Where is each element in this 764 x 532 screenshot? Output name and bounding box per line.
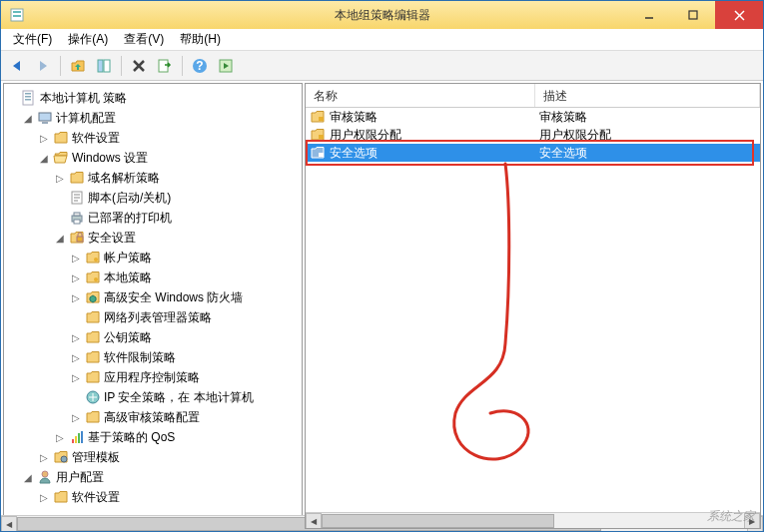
menubar: 文件(F) 操作(A) 查看(V) 帮助(H) <box>1 29 763 51</box>
scroll-left-button[interactable]: ◀ <box>3 516 17 529</box>
col-name[interactable]: 名称 <box>306 84 535 107</box>
expand-icon[interactable]: ▷ <box>70 352 82 363</box>
svg-point-27 <box>94 277 98 281</box>
tree-local-policies[interactable]: ▷ 本地策略 <box>6 267 300 287</box>
list-scrollbar-h[interactable]: ◀ ▶ <box>306 512 760 528</box>
expand-icon[interactable]: ▷ <box>38 133 50 144</box>
tree-network-list[interactable]: 网络列表管理器策略 <box>6 307 300 327</box>
tree-scripts[interactable]: 脚本(启动/关机) <box>6 188 300 208</box>
tree-account-policies[interactable]: ▷ 帐户策略 <box>6 248 300 267</box>
list-cell-desc: 用户权限分配 <box>539 127 611 144</box>
list-row[interactable]: 安全选项安全选项 <box>306 144 760 162</box>
tree-label: 软件设置 <box>72 489 120 506</box>
close-button[interactable] <box>715 1 763 29</box>
folder-lock-icon <box>85 269 101 285</box>
expand-icon[interactable]: ▷ <box>70 253 82 264</box>
tree-admin-templates[interactable]: ▷ 管理模板 <box>6 447 300 467</box>
tree-software-restriction[interactable]: ▷ 软件限制策略 <box>6 347 300 367</box>
list-row[interactable]: 审核策略审核策略 <box>306 108 760 126</box>
svg-point-33 <box>61 456 67 462</box>
help-button[interactable]: ? <box>188 54 212 78</box>
folder-icon <box>85 309 101 325</box>
tree-panel[interactable]: 本地计算机 策略 ◢ 计算机配置 ▷ 软件设置 ◢ Windows 设置 <box>3 83 303 529</box>
collapse-icon[interactable]: ◢ <box>54 233 66 244</box>
menu-help[interactable]: 帮助(H) <box>172 29 229 50</box>
expand-icon[interactable]: ▷ <box>70 412 82 423</box>
forward-button[interactable] <box>31 54 55 78</box>
expand-icon[interactable]: ▷ <box>70 372 82 383</box>
svg-rect-24 <box>74 220 80 224</box>
computer-icon <box>37 110 53 126</box>
svg-rect-30 <box>75 436 77 443</box>
tree-ip-security[interactable]: IP 安全策略，在 本地计算机 <box>6 387 300 407</box>
show-hide-tree-button[interactable] <box>92 54 116 78</box>
menu-action[interactable]: 操作(A) <box>60 29 116 50</box>
up-folder-button[interactable] <box>66 54 90 78</box>
tree-policy-qos[interactable]: ▷ 基于策略的 QoS <box>6 427 300 447</box>
svg-rect-37 <box>319 153 324 157</box>
expand-icon[interactable]: ▷ <box>54 432 66 443</box>
tree-software-settings[interactable]: ▷ 软件设置 <box>6 128 300 148</box>
app-icon <box>9 7 25 23</box>
svg-rect-25 <box>77 237 83 242</box>
tree-public-key[interactable]: ▷ 公钥策略 <box>6 327 300 347</box>
tree-computer-config[interactable]: ◢ 计算机配置 <box>6 108 300 128</box>
svg-rect-23 <box>74 213 80 216</box>
tree-user-config[interactable]: ◢ 用户配置 <box>6 467 300 487</box>
tree-label: 高级审核策略配置 <box>104 409 200 426</box>
toolbar-separator <box>60 56 61 76</box>
folder-icon <box>69 170 85 186</box>
menu-view[interactable]: 查看(V) <box>116 29 172 50</box>
collapse-icon[interactable]: ◢ <box>38 153 50 164</box>
printer-icon <box>69 210 85 226</box>
expand-icon[interactable]: ▷ <box>38 452 50 463</box>
tree-label: 域名解析策略 <box>88 170 160 187</box>
toolbar-separator <box>182 56 183 76</box>
collapse-icon[interactable]: ◢ <box>22 113 34 124</box>
svg-rect-36 <box>319 135 324 139</box>
list-panel[interactable]: 名称 描述 审核策略审核策略用户权限分配用户权限分配安全选项安全选项 ◀ ▶ <box>305 83 761 529</box>
tree-windows-settings[interactable]: ◢ Windows 设置 <box>6 148 300 168</box>
expand-icon[interactable]: ▷ <box>70 292 82 303</box>
folder-icon <box>53 489 69 505</box>
tree-user-software-settings[interactable]: ▷ 软件设置 <box>6 487 300 507</box>
minimize-button[interactable] <box>627 1 671 29</box>
collapse-icon[interactable]: ◢ <box>22 472 34 483</box>
col-desc[interactable]: 描述 <box>535 84 760 107</box>
list-cell-desc: 审核策略 <box>539 109 587 126</box>
svg-rect-31 <box>78 433 80 443</box>
folder-icon <box>53 130 69 146</box>
tree-label: 应用程序控制策略 <box>104 369 200 386</box>
delete-button[interactable] <box>127 54 151 78</box>
tree-deployed-printers[interactable]: 已部署的打印机 <box>6 208 300 228</box>
svg-rect-1 <box>13 11 21 13</box>
tree-name-resolution[interactable]: ▷ 域名解析策略 <box>6 168 300 188</box>
user-icon <box>37 469 53 485</box>
action-pane-button[interactable] <box>214 54 238 78</box>
tree-advanced-firewall[interactable]: ▷ 高级安全 Windows 防火墙 <box>6 287 300 307</box>
tree-label: 本地策略 <box>104 269 152 286</box>
export-button[interactable] <box>153 54 177 78</box>
tree-advanced-audit[interactable]: ▷ 高级审核策略配置 <box>6 407 300 427</box>
folder-icon <box>85 369 101 385</box>
expand-icon[interactable]: ▷ <box>54 173 66 184</box>
list-row[interactable]: 用户权限分配用户权限分配 <box>306 126 760 144</box>
tree-scrollbar-h[interactable]: ◀ ▶ <box>3 515 303 529</box>
tree-label: 网络列表管理器策略 <box>104 309 212 326</box>
folder-icon <box>85 329 101 345</box>
tree-label: 计算机配置 <box>56 110 116 127</box>
menu-file[interactable]: 文件(F) <box>5 29 60 50</box>
tree-security-settings[interactable]: ◢ 安全设置 <box>6 228 300 248</box>
tree-root[interactable]: 本地计算机 策略 <box>6 88 300 108</box>
maximize-button[interactable] <box>671 1 715 29</box>
expand-icon[interactable]: ▷ <box>70 332 82 343</box>
toolbar-separator <box>121 56 122 76</box>
svg-rect-4 <box>689 11 697 19</box>
scroll-left-button[interactable]: ◀ <box>306 513 322 529</box>
expand-icon[interactable]: ▷ <box>70 272 82 283</box>
back-button[interactable] <box>5 54 29 78</box>
expand-icon[interactable]: ▷ <box>38 492 50 503</box>
tree-label: 脚本(启动/关机) <box>88 190 171 207</box>
svg-rect-35 <box>319 117 324 121</box>
tree-app-control[interactable]: ▷ 应用程序控制策略 <box>6 367 300 387</box>
